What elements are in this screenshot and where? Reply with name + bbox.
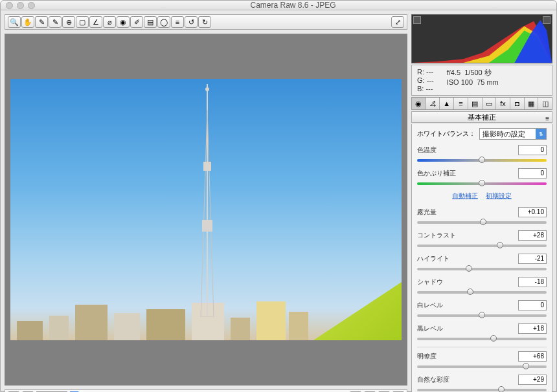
contrast-slider[interactable] — [417, 242, 547, 248]
tab-basic-icon[interactable]: ◉ — [412, 98, 426, 109]
zoom-tool-icon[interactable]: 🔍 — [8, 16, 21, 28]
camera-raw-window: Camera Raw 8.6 - JPEG 🔍 ✋ ✎ ✎ ⊕ ▢ ∠ ⌀ ◉ … — [0, 0, 557, 392]
tab-lens-icon[interactable]: ▭ — [483, 98, 497, 109]
rotate-cw-icon[interactable]: ↻ — [198, 16, 211, 28]
shadow-value[interactable]: -18 — [518, 277, 547, 287]
minimize-icon[interactable] — [17, 2, 24, 9]
clarity-value[interactable]: +68 — [518, 351, 547, 362]
exposure-label: 露光量 — [417, 208, 514, 217]
preferences-icon[interactable]: ≡ — [171, 16, 184, 28]
white-value[interactable]: 0 — [518, 300, 547, 310]
wb-select[interactable]: 撮影時の設定 ⇅ — [479, 128, 547, 140]
svg-rect-2 — [203, 162, 211, 171]
exposure-slider[interactable] — [417, 219, 547, 225]
redeye-icon[interactable]: ◉ — [117, 16, 130, 28]
vibrance-value[interactable]: +29 — [518, 375, 547, 385]
exif-r: R: --- — [417, 68, 434, 76]
temp-slider[interactable] — [417, 157, 547, 163]
tint-slider[interactable] — [417, 180, 547, 186]
wb-label: ホワイトバランス： — [417, 129, 475, 138]
adjustment-brush-icon[interactable]: ✐ — [130, 16, 143, 28]
basic-panel: ホワイトバランス： 撮影時の設定 ⇅ 色温度0色かぶり補正0自動補正初期設定露光… — [411, 124, 552, 392]
vibrance-slider[interactable] — [417, 386, 547, 392]
contrast-value[interactable]: +28 — [518, 230, 547, 241]
default-link[interactable]: 初期設定 — [486, 192, 512, 199]
clarity-slider[interactable] — [417, 363, 547, 369]
exposure-value[interactable]: +0.10 — [518, 207, 547, 217]
straighten-icon[interactable]: ∠ — [89, 16, 102, 28]
dropdown-arrow-icon: ⇅ — [536, 129, 546, 139]
exif-b: B: --- — [417, 85, 434, 93]
shadow-clip-warning-icon[interactable] — [413, 16, 421, 24]
exif-g: G: --- — [417, 76, 434, 84]
histogram[interactable] — [411, 14, 552, 63]
zoom-icon[interactable] — [28, 2, 35, 9]
highlight-value[interactable]: -21 — [518, 254, 547, 264]
shadow-slider[interactable] — [417, 289, 547, 295]
tint-label: 色かぶり補正 — [417, 169, 514, 178]
image-preview[interactable] — [5, 34, 407, 386]
auto-link[interactable]: 自動補正 — [452, 192, 478, 199]
radial-filter-icon[interactable]: ◯ — [157, 16, 170, 28]
white-label: 白レベル — [417, 301, 514, 310]
highlight-label: ハイライト — [417, 254, 514, 263]
tab-fx-icon[interactable]: fx — [496, 98, 510, 109]
fullscreen-toggle-icon[interactable]: ⤢ — [391, 16, 404, 28]
clarity-label: 明瞭度 — [417, 352, 514, 361]
crop-tool-icon[interactable]: ▢ — [76, 16, 89, 28]
black-value[interactable]: +18 — [518, 323, 547, 334]
tab-camera-icon[interactable]: ◘ — [510, 98, 525, 109]
color-sampler-icon[interactable]: ✎ — [49, 16, 62, 28]
tab-hsl-icon[interactable]: ≡ — [454, 98, 468, 109]
rotate-ccw-icon[interactable]: ↺ — [185, 16, 198, 28]
window-title: Camera Raw 8.6 - JPEG — [35, 1, 551, 10]
temp-value[interactable]: 0 — [518, 145, 547, 155]
temp-label: 色温度 — [417, 146, 514, 155]
svg-rect-3 — [202, 220, 212, 232]
hand-tool-icon[interactable]: ✋ — [21, 16, 34, 28]
status-bar: ⊟ ⊞ 13.6% ⇅ IMGP9440 のコピー.JPG ▽ △ ▥ ≡ — [5, 389, 407, 392]
adjustment-tabs: ◉ ⦨ ▲ ≡ ▤ ▭ fx ◘ ▦ ◫ — [411, 97, 552, 110]
white-slider[interactable] — [417, 312, 547, 318]
tab-detail-icon[interactable]: ▲ — [440, 98, 454, 109]
highlight-slider[interactable] — [417, 265, 547, 272]
tab-presets-icon[interactable]: ▦ — [525, 98, 539, 109]
tab-snapshots-icon[interactable]: ◫ — [538, 98, 552, 109]
exif-readout: R: --- G: --- B: --- f/4.5 1/500 秒 ISO 1… — [411, 65, 552, 96]
shadow-label: シャドウ — [417, 278, 514, 287]
close-icon[interactable] — [6, 2, 13, 9]
graduated-filter-icon[interactable]: ▤ — [144, 16, 157, 28]
titlebar: Camera Raw 8.6 - JPEG — [1, 1, 556, 10]
tab-split-icon[interactable]: ▤ — [468, 98, 483, 109]
panel-menu-icon[interactable]: ≡ — [545, 113, 549, 124]
tab-curve-icon[interactable]: ⦨ — [426, 98, 440, 109]
black-slider[interactable] — [417, 335, 547, 342]
wb-tool-icon[interactable]: ✎ — [35, 16, 48, 28]
panel-title: 基本補正 ≡ — [411, 111, 552, 123]
black-label: 黒レベル — [417, 324, 514, 333]
target-adjust-icon[interactable]: ⊕ — [62, 16, 75, 28]
vibrance-label: 自然な彩度 — [417, 375, 514, 384]
svg-point-4 — [205, 87, 209, 91]
spot-removal-icon[interactable]: ⌀ — [103, 16, 116, 28]
window-controls — [6, 2, 35, 9]
tint-value[interactable]: 0 — [518, 168, 547, 179]
skytree-illustration — [198, 84, 216, 317]
contrast-label: コントラスト — [417, 231, 514, 240]
highlight-clip-warning-icon[interactable] — [543, 16, 551, 24]
toolbar: 🔍 ✋ ✎ ✎ ⊕ ▢ ∠ ⌀ ◉ ✐ ▤ ◯ ≡ ↺ ↻ ⤢ — [5, 14, 407, 30]
